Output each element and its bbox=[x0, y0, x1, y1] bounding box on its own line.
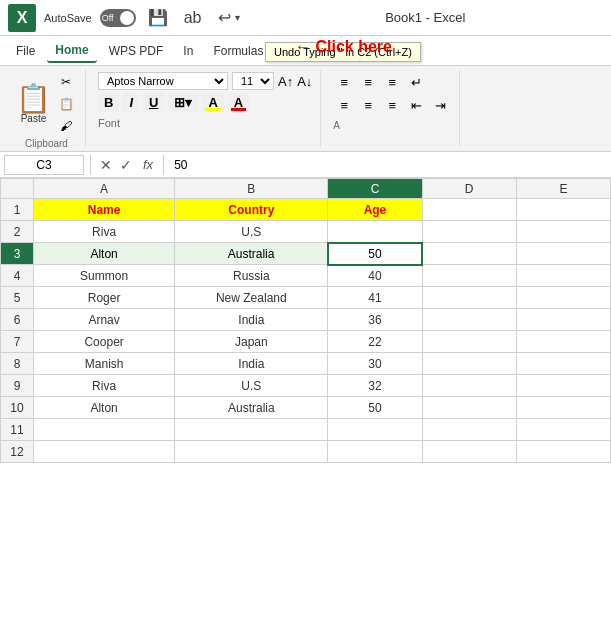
cell-r5cd[interactable] bbox=[422, 287, 516, 309]
row-header-5[interactable]: 5 bbox=[1, 287, 34, 309]
row-header-3[interactable]: 3 bbox=[1, 243, 34, 265]
cell-r11cb[interactable] bbox=[175, 419, 328, 441]
cell-r3cc[interactable]: 50 bbox=[328, 243, 422, 265]
row-header-1[interactable]: 1 bbox=[1, 199, 34, 221]
cell-r8ca[interactable]: Manish bbox=[33, 353, 174, 375]
font-size-select[interactable]: 11 bbox=[232, 72, 274, 90]
menu-insert[interactable]: In bbox=[175, 40, 201, 62]
cell-r2cc[interactable] bbox=[328, 221, 422, 243]
row-header-4[interactable]: 4 bbox=[1, 265, 34, 287]
cell-r1ca[interactable]: Name bbox=[33, 199, 174, 221]
row-header-9[interactable]: 9 bbox=[1, 375, 34, 397]
cell-r4cb[interactable]: Russia bbox=[175, 265, 328, 287]
col-header-b[interactable]: B bbox=[175, 179, 328, 199]
cell-r7ca[interactable]: Cooper bbox=[33, 331, 174, 353]
cell-r3cd[interactable] bbox=[422, 243, 516, 265]
cancel-formula-button[interactable]: ✕ bbox=[97, 157, 115, 173]
cell-r12cb[interactable] bbox=[175, 441, 328, 463]
row-header-12[interactable]: 12 bbox=[1, 441, 34, 463]
cell-r1cb[interactable]: Country bbox=[175, 199, 328, 221]
cell-r2cb[interactable]: U.S bbox=[175, 221, 328, 243]
align-center-button[interactable]: ≡ bbox=[357, 95, 379, 115]
cell-r12ce[interactable] bbox=[516, 441, 610, 463]
menu-home[interactable]: Home bbox=[47, 39, 96, 63]
cell-r12cd[interactable] bbox=[422, 441, 516, 463]
cell-r1ce[interactable] bbox=[516, 199, 610, 221]
cell-r2ca[interactable]: Riva bbox=[33, 221, 174, 243]
cell-r12ca[interactable] bbox=[33, 441, 174, 463]
formula-input[interactable] bbox=[170, 158, 607, 172]
col-header-a[interactable]: A bbox=[33, 179, 174, 199]
cell-r8ce[interactable] bbox=[516, 353, 610, 375]
cell-r5cb[interactable]: New Zealand bbox=[175, 287, 328, 309]
row-header-10[interactable]: 10 bbox=[1, 397, 34, 419]
autosave-toggle[interactable]: Off bbox=[100, 9, 136, 27]
undo-dropdown-icon[interactable]: ▾ bbox=[235, 12, 240, 23]
cell-r8cd[interactable] bbox=[422, 353, 516, 375]
align-right-button[interactable]: ≡ bbox=[381, 95, 403, 115]
cell-r6cb[interactable]: India bbox=[175, 309, 328, 331]
copy-button[interactable]: 📋 bbox=[55, 94, 77, 114]
cell-r6ce[interactable] bbox=[516, 309, 610, 331]
menu-formulas[interactable]: Formulas bbox=[205, 40, 271, 62]
cell-r10cb[interactable]: Australia bbox=[175, 397, 328, 419]
border-button[interactable]: ⊞▾ bbox=[168, 93, 198, 112]
cell-r2ce[interactable] bbox=[516, 221, 610, 243]
cell-r10cc[interactable]: 50 bbox=[328, 397, 422, 419]
underline-button[interactable]: U bbox=[143, 93, 164, 112]
cell-r5cc[interactable]: 41 bbox=[328, 287, 422, 309]
cell-r7ce[interactable] bbox=[516, 331, 610, 353]
row-header-2[interactable]: 2 bbox=[1, 221, 34, 243]
indent-decrease-button[interactable]: ⇤ bbox=[405, 95, 427, 115]
cell-r2cd[interactable] bbox=[422, 221, 516, 243]
align-middle-button[interactable]: ≡ bbox=[357, 72, 379, 92]
cut-button[interactable]: ✂ bbox=[55, 72, 77, 92]
indent-increase-button[interactable]: ⇥ bbox=[429, 95, 451, 115]
col-header-c[interactable]: C bbox=[328, 179, 422, 199]
cell-r6cd[interactable] bbox=[422, 309, 516, 331]
col-header-e[interactable]: E bbox=[516, 179, 610, 199]
cell-r5ce[interactable] bbox=[516, 287, 610, 309]
cell-r11cc[interactable] bbox=[328, 419, 422, 441]
font-family-select[interactable]: Aptos Narrow bbox=[98, 72, 228, 90]
font-grow-button[interactable]: A↑ bbox=[278, 74, 293, 89]
cell-r4ca[interactable]: Summon bbox=[33, 265, 174, 287]
name-box[interactable] bbox=[4, 155, 84, 175]
font-shrink-button[interactable]: A↓ bbox=[297, 74, 312, 89]
cell-r3ca[interactable]: Alton bbox=[33, 243, 174, 265]
cell-r9cb[interactable]: U.S bbox=[175, 375, 328, 397]
cell-r11ca[interactable] bbox=[33, 419, 174, 441]
fill-color-button[interactable]: A bbox=[202, 93, 223, 112]
row-header-11[interactable]: 11 bbox=[1, 419, 34, 441]
cell-r3ce[interactable] bbox=[516, 243, 610, 265]
bold-button[interactable]: B bbox=[98, 93, 119, 112]
cell-r9ce[interactable] bbox=[516, 375, 610, 397]
cell-r12cc[interactable] bbox=[328, 441, 422, 463]
font-color-button[interactable]: A bbox=[228, 93, 249, 112]
cell-r8cb[interactable]: India bbox=[175, 353, 328, 375]
cell-r9cc[interactable]: 32 bbox=[328, 375, 422, 397]
cell-r10ca[interactable]: Alton bbox=[33, 397, 174, 419]
cell-r7cb[interactable]: Japan bbox=[175, 331, 328, 353]
cell-r5ca[interactable]: Roger bbox=[33, 287, 174, 309]
align-bottom-button[interactable]: ≡ bbox=[381, 72, 403, 92]
cell-r1cc[interactable]: Age bbox=[328, 199, 422, 221]
ab-icon[interactable]: ab bbox=[180, 7, 206, 29]
row-header-7[interactable]: 7 bbox=[1, 331, 34, 353]
cell-r10cd[interactable] bbox=[422, 397, 516, 419]
cell-r6ca[interactable]: Arnav bbox=[33, 309, 174, 331]
col-header-d[interactable]: D bbox=[422, 179, 516, 199]
confirm-formula-button[interactable]: ✓ bbox=[117, 157, 135, 173]
wrap-text-button[interactable]: ↵ bbox=[405, 72, 427, 92]
row-header-6[interactable]: 6 bbox=[1, 309, 34, 331]
menu-wps-pdf[interactable]: WPS PDF bbox=[101, 40, 172, 62]
align-top-button[interactable]: ≡ bbox=[333, 72, 355, 92]
cell-r9cd[interactable] bbox=[422, 375, 516, 397]
cell-r11ce[interactable] bbox=[516, 419, 610, 441]
align-left-button[interactable]: ≡ bbox=[333, 95, 355, 115]
cell-r7cd[interactable] bbox=[422, 331, 516, 353]
cell-r6cc[interactable]: 36 bbox=[328, 309, 422, 331]
save-icon[interactable]: 💾 bbox=[144, 6, 172, 29]
cell-r4cd[interactable] bbox=[422, 265, 516, 287]
cell-r10ce[interactable] bbox=[516, 397, 610, 419]
